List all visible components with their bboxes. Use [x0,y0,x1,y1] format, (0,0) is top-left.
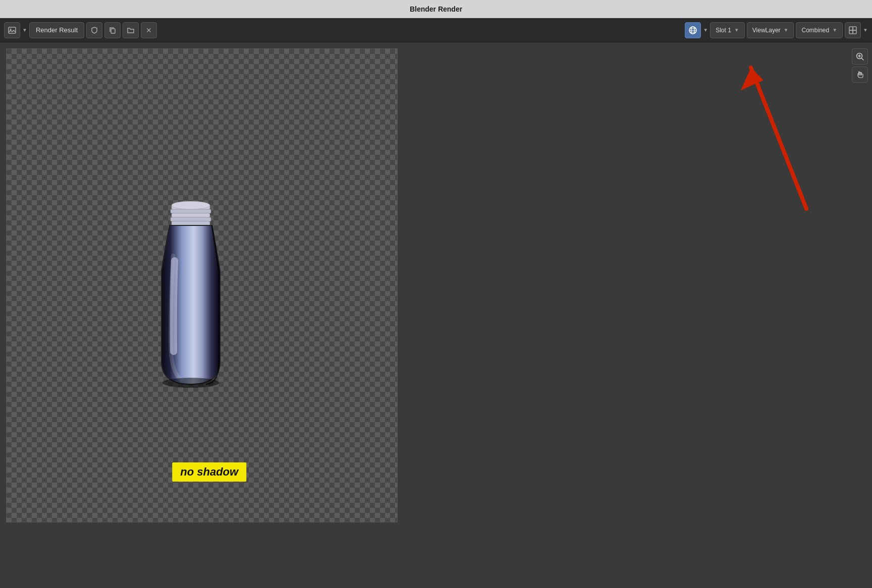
svg-rect-14 [172,213,210,217]
copy-button[interactable] [104,22,121,38]
globe-chevron[interactable]: ▼ [703,27,708,33]
slot-chevron: ▼ [734,27,739,33]
combined-label: Combined [801,27,829,34]
red-arrow-svg [731,52,832,229]
window-title: Blender Render [410,5,462,13]
close-icon: ✕ [146,26,152,34]
render-canvas: no shadow [6,48,398,522]
slot-label: Slot 1 [716,27,731,34]
side-toolbar [852,48,868,83]
svg-rect-0 [9,27,16,33]
image-display-button[interactable] [845,22,861,38]
svg-rect-13 [171,209,211,213]
copy-icon [108,26,117,34]
shield-icon [90,26,98,34]
combined-dropdown[interactable]: Combined ▼ [796,22,843,38]
slot-dropdown[interactable]: Slot 1 ▼ [710,22,745,38]
svg-point-17 [172,201,210,209]
image-display-icon [848,26,857,35]
close-button[interactable]: ✕ [141,22,157,38]
folder-icon [127,26,135,34]
image-icon [8,26,17,35]
shield-button[interactable] [86,22,102,38]
svg-line-19 [751,68,806,209]
display-chevron[interactable]: ▼ [863,27,868,33]
svg-rect-11 [853,30,856,34]
render-viewport: no shadow [0,42,404,588]
toolbar-right: ▼ Slot 1 ▼ ViewLayer ▼ Combined ▼ ▼ [685,22,868,38]
bottle-render [135,190,246,402]
viewlayer-dropdown[interactable]: ViewLayer ▼ [747,22,794,38]
combined-chevron: ▼ [832,27,837,33]
title-bar: Blender Render [0,0,872,18]
svg-rect-16 [172,221,210,225]
toolbar-left: ▼ Render Result ✕ [4,22,683,38]
header-toolbar: ▼ Render Result ✕ [0,18,872,42]
zoom-in-button[interactable] [852,48,868,65]
svg-rect-9 [853,27,856,30]
globe-icon [688,26,697,35]
svg-rect-10 [849,30,853,34]
red-arrow-annotation [731,52,832,231]
svg-rect-2 [111,29,115,33]
no-shadow-text: no shadow [180,465,238,478]
svg-line-22 [862,58,864,61]
svg-rect-15 [171,217,211,221]
globe-button[interactable] [685,22,701,38]
svg-rect-8 [849,27,853,30]
bottle-cap [171,201,211,225]
image-type-chevron[interactable]: ▼ [22,27,27,33]
no-shadow-label: no shadow [172,462,246,482]
viewlayer-chevron: ▼ [784,27,789,33]
main-content: no shadow [0,42,872,588]
zoom-in-icon [855,52,864,61]
viewlayer-label: ViewLayer [752,27,781,34]
image-type-button[interactable] [4,22,20,38]
svg-point-18 [162,378,219,388]
pan-button[interactable] [852,67,868,83]
hand-icon [855,70,864,79]
bottle-svg [135,190,246,402]
folder-button[interactable] [123,22,139,38]
right-panel [404,42,872,588]
render-result-label[interactable]: Render Result [29,22,84,38]
